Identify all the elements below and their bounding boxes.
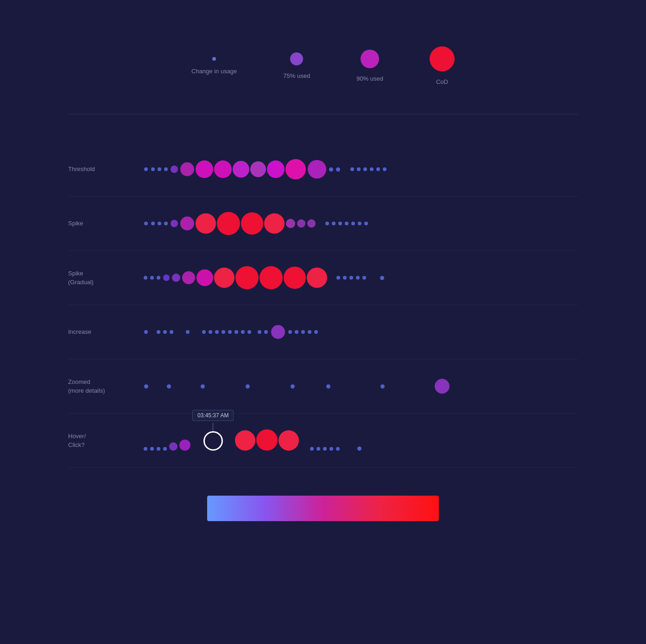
- dot: [338, 222, 342, 225]
- dot: [370, 167, 374, 171]
- dot: [435, 379, 450, 394]
- dot: [256, 429, 278, 451]
- dot: [362, 276, 366, 280]
- dot: [186, 330, 190, 334]
- dot: [150, 447, 154, 451]
- dot: [202, 330, 206, 334]
- threshold-row: Threshold: [68, 142, 578, 197]
- dot: [349, 276, 353, 280]
- increase-track: [142, 318, 578, 346]
- legend-90: 90% used: [356, 50, 383, 83]
- spike-gradual-label: Spike(Gradual): [68, 269, 142, 287]
- tooltip-container[interactable]: 03:45:37 AM: [192, 410, 234, 451]
- dot: [209, 330, 212, 334]
- dot: [241, 212, 263, 235]
- dot: [157, 276, 160, 280]
- dot: [356, 276, 360, 280]
- dot: [196, 213, 216, 234]
- dot: [308, 160, 326, 179]
- dot: [307, 219, 316, 228]
- legend-75-dot: [290, 52, 303, 65]
- dot: [247, 330, 251, 334]
- threshold-track: [142, 155, 578, 183]
- dot: [214, 160, 232, 178]
- dot: [284, 267, 306, 289]
- dot: [307, 268, 327, 288]
- legend-change-label: Change in usage: [191, 67, 237, 76]
- dot: [182, 271, 195, 284]
- dot: [151, 167, 155, 171]
- dot: [241, 330, 245, 334]
- dot: [336, 276, 340, 280]
- dot: [234, 330, 238, 334]
- dot: [235, 266, 259, 289]
- dot: [317, 447, 320, 451]
- dot: [233, 161, 249, 178]
- dot: [345, 222, 348, 225]
- hover-selected-dot[interactable]: [203, 431, 223, 451]
- dot: [144, 222, 148, 225]
- dot: [167, 384, 171, 389]
- dot: [329, 167, 333, 172]
- dot: [196, 269, 213, 286]
- dot: [258, 330, 261, 334]
- dot: [163, 447, 167, 451]
- dot: [144, 167, 148, 171]
- dot: [326, 384, 330, 389]
- dot: [158, 167, 161, 171]
- legend-75-label: 75% used: [283, 72, 310, 80]
- dot: [351, 222, 355, 225]
- dot: [279, 430, 299, 451]
- dot: [260, 266, 283, 289]
- dot: [329, 447, 333, 451]
- dot: [158, 222, 161, 225]
- dot: [297, 219, 305, 228]
- legend-section: Change in usage 75% used 90% used CoD: [68, 28, 578, 115]
- dot: [163, 274, 170, 281]
- dot: [144, 330, 148, 334]
- spike-track: [142, 210, 578, 237]
- legend-cod: CoD: [430, 46, 455, 86]
- dot: [250, 161, 266, 177]
- dot: [264, 213, 285, 234]
- dot: [215, 330, 219, 334]
- dot: [164, 222, 168, 225]
- increase-row: Increase: [68, 305, 578, 359]
- dot: [323, 447, 327, 451]
- dot: [383, 167, 386, 171]
- legend-change: Change in usage: [191, 57, 237, 76]
- spike-gradual-row: Spike(Gradual): [68, 251, 578, 305]
- dot: [264, 330, 268, 334]
- dot: [336, 167, 340, 172]
- dot: [285, 159, 306, 179]
- dot: [286, 219, 295, 228]
- spike-label: Spike: [68, 219, 142, 228]
- dot: [332, 222, 336, 225]
- dot: [157, 330, 160, 334]
- hover-row[interactable]: Hover/Click? 03:45:37 AM: [68, 414, 578, 468]
- tooltip-line: [213, 423, 213, 431]
- threshold-label: Threshold: [68, 165, 142, 174]
- dot: [376, 167, 380, 171]
- dot: [295, 330, 298, 334]
- dot: [163, 330, 167, 334]
- spike-gradual-track: [142, 264, 578, 292]
- dot: [180, 217, 194, 230]
- dot: [228, 330, 232, 334]
- dot: [170, 330, 173, 334]
- tooltip-box: 03:45:37 AM: [192, 410, 234, 421]
- dot: [271, 325, 285, 339]
- dot: [267, 160, 285, 178]
- dot: [357, 446, 361, 451]
- dot: [308, 330, 311, 334]
- dot: [144, 384, 148, 389]
- dot: [350, 167, 354, 171]
- legend-90-dot: [361, 50, 379, 68]
- dot: [171, 220, 178, 227]
- legend-75: 75% used: [283, 52, 310, 80]
- legend-change-dot: [212, 57, 216, 61]
- dot: [380, 384, 385, 389]
- zoomed-row: Zoomed(more details): [68, 359, 578, 414]
- dot: [171, 166, 178, 173]
- dot: [310, 447, 314, 451]
